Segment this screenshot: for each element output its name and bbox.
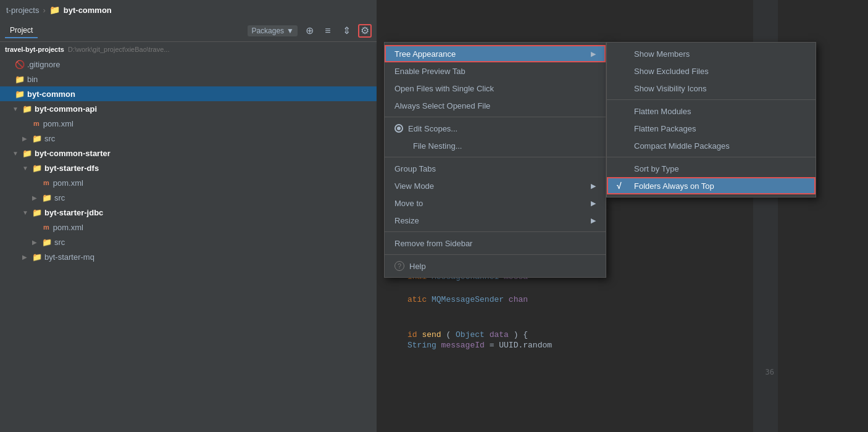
menu-item-edit-scopes[interactable]: Edit Scopes... xyxy=(385,120,606,137)
breadcrumb-separator: › xyxy=(43,6,45,15)
sidebar-header: Project Packages ▼ ⊕ ≡ ⇕ ⚙ xyxy=(0,20,377,42)
tree-label: pom.xml xyxy=(53,178,83,188)
folder-icon: 📁 xyxy=(22,149,32,158)
tree-item-pomxml-jdbc[interactable]: m pom.xml xyxy=(0,220,377,235)
project-path-name: travel-byt-projects xyxy=(5,46,64,53)
menu-item-enable-preview-tab[interactable]: Enable Preview Tab xyxy=(385,62,606,80)
tree-label: byt-starter-mq xyxy=(44,252,94,262)
submenu-item-folders-always-on-top[interactable]: √ Folders Always on Top xyxy=(607,177,816,194)
code-keyword: atic xyxy=(407,295,432,304)
submenu-item-flatten-modules[interactable]: Flatten Modules xyxy=(607,102,816,120)
tree-item-byt-starter-mq[interactable]: ▶ 📁 byt-starter-mq xyxy=(0,249,377,264)
menu-separator xyxy=(385,157,606,157)
folder-icon: 📁 xyxy=(15,75,25,84)
menu-item-help[interactable]: ? Help xyxy=(385,257,606,275)
code-line: id send ( Object data ) { xyxy=(401,330,868,340)
packages-select[interactable]: Packages ▼ xyxy=(248,25,298,36)
tree-item-gitignore[interactable]: 🚫 .gitignore xyxy=(0,57,377,72)
file-icon: 🚫 xyxy=(15,60,25,69)
folder-icon: 📁 xyxy=(42,238,52,247)
folder-icon: 📁 xyxy=(32,134,42,143)
menu-item-move-to[interactable]: Move to ▶ xyxy=(385,194,606,212)
code-type: Object xyxy=(456,330,490,339)
menu-item-label: Folders Always on Top xyxy=(634,181,714,191)
tree-label: byt-common xyxy=(27,89,75,99)
add-icon-btn[interactable]: ⊕ xyxy=(303,24,316,38)
tree-item-bin[interactable]: 📁 bin xyxy=(0,72,377,86)
tree-item-byt-common-starter[interactable]: ▼ 📁 byt-common-starter xyxy=(0,146,377,160)
menu-item-label: Edit Scopes... xyxy=(408,124,457,133)
checkmark-icon: √ xyxy=(617,181,629,191)
menu-item-label: File Nesting... xyxy=(413,141,462,151)
tree-expand-arrow: ▼ xyxy=(22,209,30,216)
menu-item-label: Show Visibility Icons xyxy=(634,84,707,93)
code-line: atic MQMessageSender chan xyxy=(401,294,868,305)
project-path-dir: D:\work\git_project\xieBao\trave... xyxy=(68,46,169,53)
tree-item-src-jdbc[interactable]: ▶ 📁 src xyxy=(0,235,377,249)
code-varname: data xyxy=(490,330,509,339)
tree-item-byt-starter-dfs[interactable]: ▼ 📁 byt-starter-dfs xyxy=(0,160,377,175)
menu-item-label: Show Excluded Files xyxy=(634,67,709,76)
submenu-item-show-excluded-files[interactable]: Show Excluded Files xyxy=(607,62,816,80)
context-menu-main: Tree Appearance ▶ Enable Preview Tab Ope… xyxy=(384,42,606,278)
tree-label: src xyxy=(54,238,65,247)
menu-item-tree-appearance[interactable]: Tree Appearance ▶ xyxy=(385,45,606,62)
submenu-item-sort-by-type[interactable]: Sort by Type xyxy=(607,160,816,177)
tree-label: pom.xml xyxy=(53,223,83,232)
context-menu-submenu: Show Members Show Excluded Files Show Vi… xyxy=(606,42,816,197)
tree-item-pomxml-dfs[interactable]: m pom.xml xyxy=(0,175,377,190)
submenu-arrow-icon: ▶ xyxy=(591,50,596,58)
code-type: String xyxy=(407,341,441,350)
submenu-item-show-members[interactable]: Show Members xyxy=(607,45,816,62)
code-varname: messageId xyxy=(441,341,485,350)
code-method: send xyxy=(422,330,441,339)
menu-item-view-mode[interactable]: View Mode ▶ xyxy=(385,177,606,194)
breadcrumb-bar: t-projects › 📁 byt-common xyxy=(0,0,377,20)
menu-item-label: Move to xyxy=(394,199,423,208)
tree-expand-arrow: ▶ xyxy=(22,254,30,260)
submenu-arrow-icon: ▶ xyxy=(591,199,596,207)
tree-label: bin xyxy=(27,75,38,84)
sidebar-tab-project[interactable]: Project xyxy=(5,23,38,38)
tree-item-src-dfs[interactable]: ▶ 📁 src xyxy=(0,190,377,205)
submenu-item-flatten-packages[interactable]: Flatten Packages xyxy=(607,120,816,137)
tree-item-src-api[interactable]: ▶ 📁 src xyxy=(0,131,377,146)
menu-item-label: Tree Appearance xyxy=(394,49,456,59)
menu-item-label: Group Tabs xyxy=(394,164,436,173)
gear-icon: ⚙ xyxy=(361,25,369,36)
tree-item-pomxml-api[interactable]: m pom.xml xyxy=(0,116,377,131)
menu-item-file-nesting[interactable]: File Nesting... xyxy=(385,137,606,154)
menu-item-resize[interactable]: Resize ▶ xyxy=(385,212,606,229)
breadcrumb-parent: t-projects xyxy=(6,6,39,15)
code-line xyxy=(401,305,868,317)
menu-separator xyxy=(607,99,816,100)
folder-icon: 📁 xyxy=(32,164,42,173)
menu-item-open-files-single-click[interactable]: Open Files with Single Click xyxy=(385,80,606,97)
menu-item-label: Compact Middle Packages xyxy=(634,141,730,151)
code-plain: ) { xyxy=(514,330,528,339)
tree-label: src xyxy=(44,134,55,143)
menu-item-label: Open Files with Single Click xyxy=(394,84,494,93)
gear-settings-btn[interactable]: ⚙ xyxy=(358,24,372,38)
submenu-item-show-visibility-icons[interactable]: Show Visibility Icons xyxy=(607,80,816,97)
menu-separator xyxy=(607,157,816,157)
code-plain: = UUID.random xyxy=(490,341,552,350)
folder-icon: 📁 xyxy=(32,208,42,217)
tree-item-byt-common-api[interactable]: ▼ 📁 byt-common-api xyxy=(0,101,377,116)
menu-item-group-tabs[interactable]: Group Tabs xyxy=(385,160,606,177)
tree-item-byt-starter-jdbc[interactable]: ▼ 📁 byt-starter-jdbc xyxy=(0,205,377,220)
menu-item-remove-from-sidebar[interactable]: Remove from Sidebar xyxy=(385,235,606,252)
radio-edit-scopes xyxy=(394,124,403,133)
menu-item-label: Help xyxy=(409,262,426,271)
submenu-item-compact-middle-packages[interactable]: Compact Middle Packages xyxy=(607,137,816,154)
maven-icon: m xyxy=(42,223,51,231)
menu-item-label: Remove from Sidebar xyxy=(394,239,472,248)
tree-expand-arrow: ▼ xyxy=(22,165,30,172)
menu-item-always-select-opened-file[interactable]: Always Select Opened File xyxy=(385,97,606,114)
submenu-arrow-icon: ▶ xyxy=(591,217,596,225)
tree-item-byt-common[interactable]: 📁 byt-common xyxy=(0,86,377,101)
collapse-all-icon-btn[interactable]: ≡ xyxy=(321,24,335,38)
expand-collapse-icon-btn[interactable]: ⇕ xyxy=(340,24,353,38)
menu-item-label: Show Members xyxy=(634,49,690,59)
menu-item-label: Resize xyxy=(394,216,419,225)
